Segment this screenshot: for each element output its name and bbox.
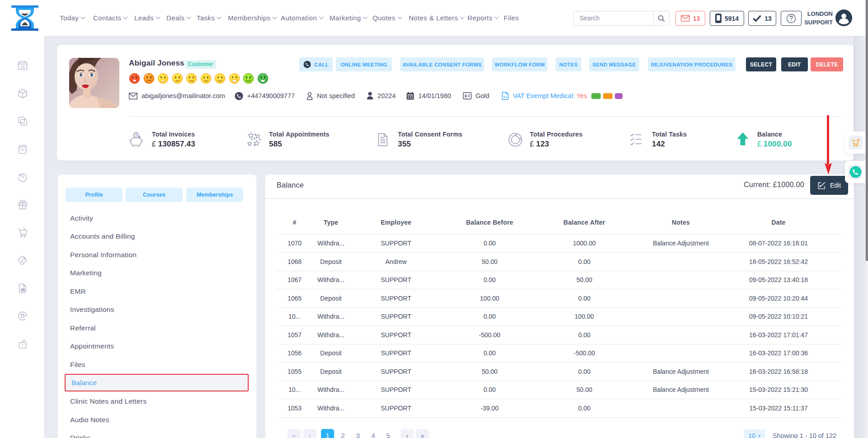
svg-text:$: $	[21, 259, 24, 263]
svg-text:$: $	[135, 133, 137, 137]
svg-text:12: 12	[20, 65, 25, 69]
